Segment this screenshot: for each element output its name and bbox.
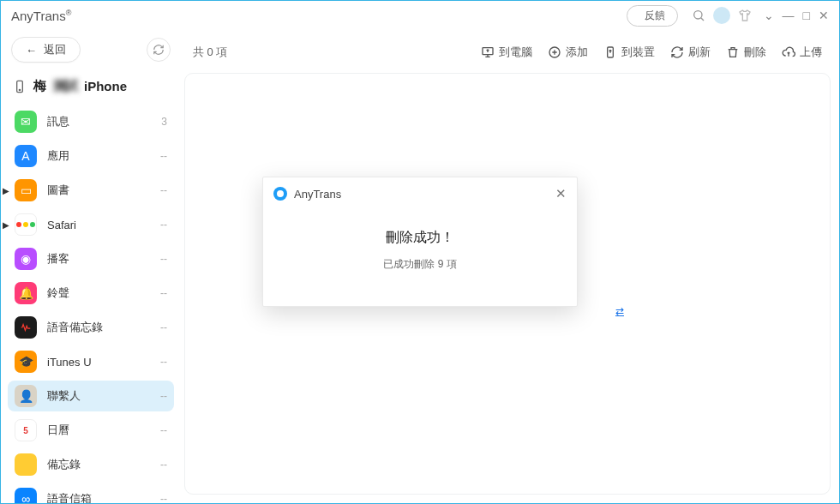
chevron-right-icon[interactable]: ▶ xyxy=(3,220,9,230)
itunesu-icon: 🎓 xyxy=(15,351,37,373)
dialog-header: AnyTrans ✕ xyxy=(263,177,577,210)
item-count: -- xyxy=(160,356,167,368)
to-pc-button[interactable]: 到電腦 xyxy=(481,45,532,60)
sidebar-item-ringtone[interactable]: 🔔鈴聲-- xyxy=(8,278,174,309)
window-controls: ⌄ ― □ ✕ xyxy=(764,9,829,22)
svg-point-1 xyxy=(693,11,701,19)
app-logo-icon xyxy=(273,187,287,201)
tool-label: 刪除 xyxy=(744,45,766,60)
contacts-icon: 👤 xyxy=(15,385,37,407)
sidebar-item-label: 播客 xyxy=(47,251,69,267)
dialog-subtitle: 已成功刪除 9 項 xyxy=(272,257,568,272)
sidebar-item-podcast[interactable]: ◉播客-- xyxy=(8,243,174,274)
sidebar-item-voicemail[interactable]: ∞語音信箱-- xyxy=(8,483,174,504)
sidebar-item-label: iTunes U xyxy=(47,356,92,369)
sidebar: ← 返回 梅測試iPhone ✉訊息3 A應用-- ▶▭圖書-- ▶Safari… xyxy=(1,30,181,503)
voicemail-icon: ∞ xyxy=(15,488,37,504)
item-count: -- xyxy=(160,459,167,471)
chevron-right-icon[interactable]: ▶ xyxy=(3,186,9,195)
total-count: 共 0 項 xyxy=(193,45,227,60)
notes-icon xyxy=(15,453,37,476)
title-bar: AnyTrans® 反饋 ⌄ ― □ ✕ xyxy=(1,1,839,30)
sidebar-item-label: 備忘錄 xyxy=(47,457,81,472)
feedback-label: 反饋 xyxy=(645,9,665,23)
tool-label: 到裝置 xyxy=(621,45,655,60)
sidebar-item-label: 日曆 xyxy=(47,423,69,438)
item-count: -- xyxy=(160,321,167,333)
item-count: -- xyxy=(160,219,167,231)
app-brand: AnyTrans® xyxy=(11,9,71,23)
device-icon xyxy=(603,45,617,59)
toolbar: 共 0 項 到電腦 添加 到裝置 刷新 刪除 上傳 xyxy=(184,37,831,68)
item-count: -- xyxy=(160,424,167,436)
dropdown-icon[interactable]: ⌄ xyxy=(764,9,774,22)
sidebar-item-messages[interactable]: ✉訊息3 xyxy=(8,106,174,137)
sidebar-item-books[interactable]: ▶▭圖書-- xyxy=(8,175,174,206)
feedback-button[interactable]: 反饋 xyxy=(627,5,678,27)
sidebar-item-label: 圖書 xyxy=(47,183,69,198)
sidebar-item-label: 應用 xyxy=(47,148,69,164)
voice-memo-icon xyxy=(15,316,37,339)
item-count: -- xyxy=(160,287,167,299)
to-device-button[interactable]: 到裝置 xyxy=(603,45,655,60)
apps-icon: A xyxy=(15,145,37,167)
sidebar-item-voicememo[interactable]: 語音備忘錄-- xyxy=(8,312,174,343)
podcast-icon: ◉ xyxy=(15,248,37,270)
monitor-icon xyxy=(481,45,495,59)
dialog-app-name: AnyTrans xyxy=(294,188,341,201)
back-button[interactable]: ← 返回 xyxy=(11,37,81,63)
bell-icon: 🔔 xyxy=(15,282,37,304)
upload-button[interactable]: 上傳 xyxy=(782,45,822,60)
dialog-close-button[interactable]: ✕ xyxy=(555,186,567,201)
svg-point-3 xyxy=(19,89,20,90)
item-count: -- xyxy=(160,253,167,265)
minimize-icon[interactable]: ― xyxy=(783,9,795,22)
delete-button[interactable]: 刪除 xyxy=(726,45,766,60)
sidebar-item-label: Safari xyxy=(47,219,76,231)
item-count: -- xyxy=(160,390,167,402)
sidebar-item-label: 鈴聲 xyxy=(47,285,69,301)
search-icon[interactable] xyxy=(689,6,708,25)
sidebar-item-label: 語音信箱 xyxy=(47,491,92,504)
shirt-icon[interactable] xyxy=(735,6,754,25)
item-count: 3 xyxy=(161,116,167,128)
safari-icon xyxy=(15,213,37,236)
back-label: 返回 xyxy=(44,42,66,57)
phone-icon xyxy=(13,80,27,93)
sidebar-refresh-button[interactable] xyxy=(147,38,171,62)
sidebar-item-label: 語音備忘錄 xyxy=(47,320,103,335)
sidebar-item-label: 訊息 xyxy=(47,114,69,129)
sidebar-item-label: 聯繫人 xyxy=(47,388,81,404)
cloud-upload-icon xyxy=(782,45,795,59)
books-icon: ▭ xyxy=(15,179,37,201)
tool-label: 到電腦 xyxy=(499,45,532,60)
sidebar-item-apps[interactable]: A應用-- xyxy=(8,141,174,171)
add-button[interactable]: 添加 xyxy=(548,45,588,60)
sidebar-item-itunesu[interactable]: 🎓iTunes U-- xyxy=(8,346,174,377)
avatar[interactable] xyxy=(713,7,730,24)
device-name: 梅測試iPhone xyxy=(8,73,174,106)
tool-label: 刷新 xyxy=(688,45,711,60)
item-count: -- xyxy=(160,493,167,504)
messages-icon: ✉ xyxy=(15,111,37,133)
arrow-left-icon: ← xyxy=(26,44,37,57)
close-icon[interactable]: ✕ xyxy=(819,9,829,22)
sidebar-item-safari[interactable]: ▶Safari-- xyxy=(8,209,174,240)
item-count: -- xyxy=(160,184,167,196)
maximize-icon[interactable]: □ xyxy=(803,9,810,22)
sidebar-item-calendar[interactable]: 5日曆-- xyxy=(8,415,174,446)
sidebar-item-notes[interactable]: 備忘錄-- xyxy=(8,449,174,480)
result-dialog: AnyTrans ✕ 刪除成功！ 已成功刪除 9 項 xyxy=(262,177,578,307)
calendar-icon: 5 xyxy=(15,419,37,441)
plus-circle-icon xyxy=(548,45,561,59)
sidebar-item-contacts[interactable]: 👤聯繫人-- xyxy=(8,381,174,411)
item-count: -- xyxy=(160,150,167,162)
refresh-button[interactable]: 刷新 xyxy=(670,45,711,60)
refresh-icon xyxy=(670,45,684,59)
tool-label: 上傳 xyxy=(800,45,822,60)
dialog-title: 刪除成功！ xyxy=(272,229,568,247)
category-list: ✉訊息3 A應用-- ▶▭圖書-- ▶Safari-- ◉播客-- 🔔鈴聲-- … xyxy=(8,106,174,504)
hidden-link[interactable]: ⇄ xyxy=(615,305,624,317)
tool-label: 添加 xyxy=(566,45,588,60)
trash-icon xyxy=(726,45,740,59)
